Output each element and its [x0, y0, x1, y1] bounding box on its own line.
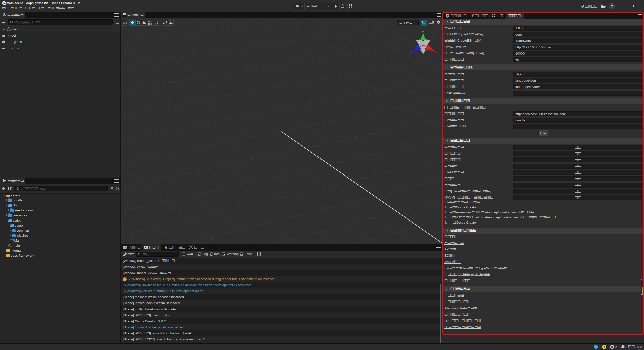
svg-text:Y: Y [422, 30, 424, 34]
svg-text:Z: Z [410, 50, 412, 55]
svg-text:X: X [434, 50, 436, 54]
